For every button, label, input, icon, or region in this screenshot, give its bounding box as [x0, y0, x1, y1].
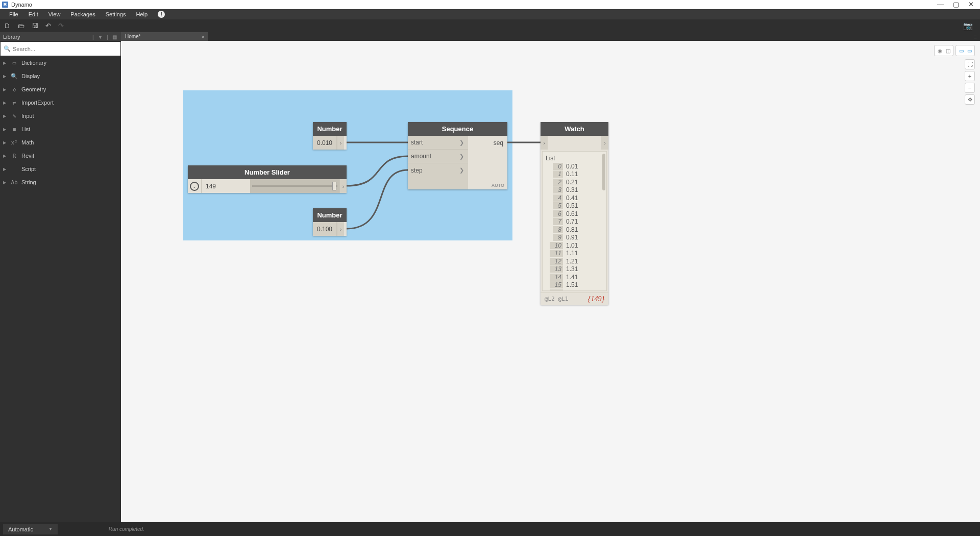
watch-output-port[interactable]: › — [601, 136, 608, 150]
menu-settings[interactable]: Settings — [101, 11, 131, 17]
library-item-list[interactable]: ▶ ≡ List — [0, 123, 121, 136]
library-divider-icon[interactable]: | — [91, 34, 95, 40]
maximize-icon[interactable]: ▢ — [953, 1, 959, 8]
search-input[interactable] — [13, 46, 117, 52]
library-search[interactable]: 🔍 — [1, 42, 120, 56]
node-value[interactable]: 0.010 — [313, 136, 337, 150]
library-item-script[interactable]: ▶ Script — [0, 162, 121, 176]
output-port[interactable]: › — [339, 179, 347, 193]
workspace-tab[interactable]: Home* × — [121, 32, 208, 41]
tab-close-icon[interactable]: × — [202, 34, 205, 40]
output-port[interactable]: › — [337, 222, 344, 236]
watch-list-row[interactable]: 141.41 — [546, 273, 604, 281]
list-value: 0.01 — [566, 163, 578, 170]
view-3d-icon[interactable]: ◉ — [936, 46, 944, 55]
menu-packages[interactable]: Packages — [65, 11, 100, 17]
menu-help[interactable]: Help — [131, 11, 153, 17]
zoom-in-icon[interactable]: + — [965, 71, 975, 81]
slider-expand-button[interactable]: ⌄ — [188, 179, 202, 193]
info-icon[interactable]: ! — [158, 11, 165, 18]
list-value: 1.01 — [566, 242, 578, 249]
list-index: 7 — [553, 218, 563, 225]
output-port[interactable]: › — [337, 136, 344, 150]
menu-edit[interactable]: Edit — [23, 11, 43, 17]
list-value: 0.31 — [566, 186, 578, 193]
watch-scrollbar[interactable] — [602, 154, 605, 190]
node-number-1[interactable]: Number 0.010 › — [313, 122, 347, 150]
watch-list-row[interactable]: 121.21 — [546, 257, 604, 265]
library-item-display[interactable]: ▶ 🔍 Display — [0, 69, 121, 83]
slider-track[interactable] — [250, 179, 339, 193]
watch-list-row[interactable]: 50.51 — [546, 202, 604, 210]
undo-icon[interactable]: ↶ — [45, 22, 51, 30]
watch-list-row[interactable]: 60.61 — [546, 210, 604, 218]
library-item-dictionary[interactable]: ▶ ▭ Dictionary — [0, 56, 121, 69]
watch-list-row[interactable]: 101.01 — [546, 241, 604, 250]
watch-list-row[interactable]: 80.81 — [546, 226, 604, 234]
run-mode-dropdown[interactable]: Automatic ▼ — [3, 524, 58, 534]
new-file-icon[interactable]: 🗋 — [4, 22, 11, 30]
expand-arrow-icon: ▶ — [3, 127, 9, 132]
list-value: 1.61 — [566, 289, 578, 291]
category-label: Math — [21, 139, 34, 145]
open-file-icon[interactable]: 🗁 — [18, 22, 24, 30]
close-icon[interactable]: ✕ — [968, 1, 974, 8]
node-watch[interactable]: Watch › › List 00.0110.1120.2130.3140.41… — [541, 122, 608, 305]
list-index: 12 — [550, 258, 563, 265]
library-item-geometry[interactable]: ▶ ◇ Geometry — [0, 83, 121, 96]
fit-view-icon[interactable]: ⛶ — [965, 59, 975, 69]
library-view-icon[interactable]: ▦ — [111, 34, 118, 40]
library-item-string[interactable]: ▶ Ab String — [0, 176, 121, 189]
watch-list[interactable]: List 00.0110.1120.2130.3140.4150.5160.61… — [542, 151, 607, 291]
library-item-revit[interactable]: ▶ R Revit — [0, 149, 121, 162]
watch-list-row[interactable]: 151.51 — [546, 281, 604, 289]
slider-thumb[interactable] — [332, 182, 336, 190]
watch-list-row[interactable]: 10.11 — [546, 170, 604, 179]
library-item-importexport[interactable]: ▶ ⇄ ImportExport — [0, 96, 121, 109]
redo-icon[interactable]: ↷ — [58, 22, 64, 30]
screenshot-icon[interactable]: 📷 — [963, 21, 973, 31]
graph-canvas[interactable]: Number 0.010 › Number Slider ⌄ 149 › — [121, 41, 980, 522]
library-item-math[interactable]: ▶ x² Math — [0, 136, 121, 149]
menu-file[interactable]: File — [4, 11, 23, 17]
node-value[interactable]: 0.100 — [313, 222, 337, 236]
view-graph-icon[interactable]: ▭ — [957, 46, 965, 55]
zoom-out-icon[interactable]: − — [965, 83, 975, 93]
library-item-input[interactable]: ▶ ✎ Input — [0, 109, 121, 123]
save-file-icon[interactable]: 🖫 — [32, 22, 38, 30]
watch-input-port[interactable]: › — [541, 136, 548, 150]
list-value: 0.21 — [566, 179, 578, 186]
minimize-icon[interactable]: — — [937, 1, 944, 8]
slider-value[interactable]: 149 — [202, 183, 250, 190]
watch-list-row[interactable]: 161.61 — [546, 289, 604, 291]
node-sequence[interactable]: Sequence start❯ amount❯ step❯ seq AUTO — [408, 122, 507, 189]
list-value: 0.91 — [566, 234, 578, 241]
menu-view[interactable]: View — [43, 11, 66, 17]
watch-list-row[interactable]: 90.91 — [546, 234, 604, 242]
watch-list-row[interactable]: 00.01 — [546, 162, 604, 170]
watch-list-row[interactable]: 70.71 — [546, 218, 604, 226]
node-number-2[interactable]: Number 0.100 › — [313, 208, 347, 236]
watch-list-row[interactable]: 131.31 — [546, 265, 604, 274]
list-index: 16 — [550, 289, 563, 291]
view-geom-icon[interactable]: ▭ — [965, 46, 973, 55]
expand-arrow-icon: ▶ — [3, 180, 9, 185]
expand-arrow-icon: ▶ — [3, 101, 9, 105]
watch-levels[interactable]: @L2 @L1 — [545, 296, 568, 302]
watch-list-row[interactable]: 40.41 — [546, 194, 604, 202]
input-port-start[interactable]: start❯ — [408, 136, 468, 150]
library-header: Library | ▼ | ▦ — [0, 32, 121, 41]
view-box-icon[interactable]: ◫ — [944, 46, 952, 55]
tab-menu-icon[interactable]: ≡ — [971, 32, 980, 41]
input-port-step[interactable]: step❯ — [408, 163, 468, 177]
lacing-mode[interactable]: AUTO — [492, 183, 504, 188]
pan-icon[interactable]: ✥ — [965, 94, 975, 105]
watch-list-row[interactable]: 20.21 — [546, 178, 604, 186]
node-number-slider[interactable]: Number Slider ⌄ 149 › — [188, 165, 347, 193]
library-filter-icon[interactable]: ▼ — [96, 34, 104, 40]
watch-list-row[interactable]: 111.11 — [546, 250, 604, 258]
output-port-seq[interactable]: seq — [489, 136, 507, 150]
watch-list-row[interactable]: 30.31 — [546, 186, 604, 194]
node-title: Number — [313, 122, 347, 136]
input-port-amount[interactable]: amount❯ — [408, 150, 468, 163]
